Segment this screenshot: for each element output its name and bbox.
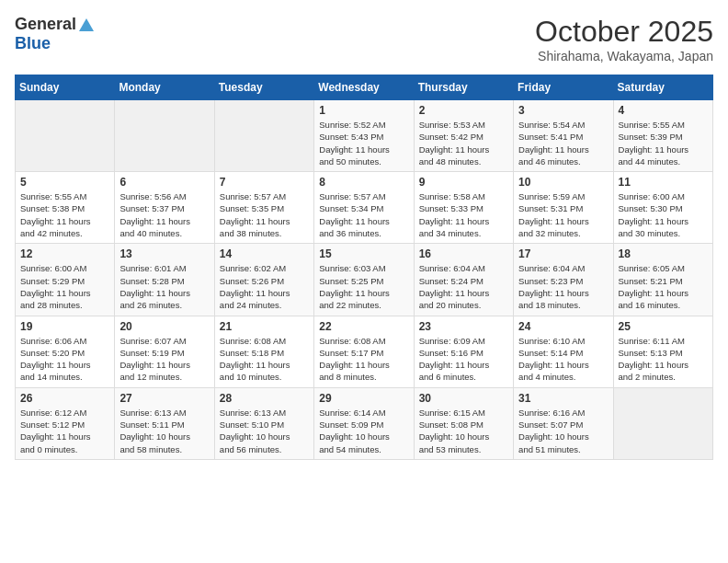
column-header-monday: Monday <box>115 75 214 100</box>
calendar-cell: 4Sunrise: 5:55 AM Sunset: 5:39 PM Daylig… <box>613 100 712 172</box>
column-header-saturday: Saturday <box>613 75 712 100</box>
day-info: Sunrise: 5:56 AM Sunset: 5:37 PM Dayligh… <box>119 190 209 239</box>
day-info: Sunrise: 5:52 AM Sunset: 5:43 PM Dayligh… <box>319 119 408 167</box>
day-number: 11 <box>619 176 708 189</box>
day-number: 23 <box>419 320 508 333</box>
day-info: Sunrise: 6:10 AM Sunset: 5:14 PM Dayligh… <box>518 335 608 384</box>
calendar-week-5: 26Sunrise: 6:12 AM Sunset: 5:12 PM Dayli… <box>16 387 713 459</box>
day-info: Sunrise: 6:13 AM Sunset: 5:11 PM Dayligh… <box>119 407 209 455</box>
logo-general-text: General <box>15 15 76 34</box>
calendar-cell: 30Sunrise: 6:15 AM Sunset: 5:08 PM Dayli… <box>414 387 513 459</box>
day-info: Sunrise: 5:55 AM Sunset: 5:39 PM Dayligh… <box>619 119 708 167</box>
day-number: 3 <box>518 104 608 117</box>
calendar-cell: 23Sunrise: 6:09 AM Sunset: 5:16 PM Dayli… <box>414 316 513 387</box>
day-number: 20 <box>119 320 209 333</box>
column-header-sunday: Sunday <box>16 75 115 100</box>
calendar-cell: 3Sunrise: 5:54 AM Sunset: 5:41 PM Daylig… <box>514 100 613 172</box>
column-header-friday: Friday <box>514 75 613 100</box>
column-header-wednesday: Wednesday <box>314 75 414 100</box>
calendar-cell: 15Sunrise: 6:03 AM Sunset: 5:25 PM Dayli… <box>314 244 414 316</box>
day-info: Sunrise: 6:13 AM Sunset: 5:10 PM Dayligh… <box>220 407 309 455</box>
day-number: 16 <box>419 247 508 260</box>
day-info: Sunrise: 6:16 AM Sunset: 5:07 PM Dayligh… <box>518 407 608 455</box>
calendar-cell: 12Sunrise: 6:00 AM Sunset: 5:29 PM Dayli… <box>16 244 115 316</box>
day-info: Sunrise: 6:08 AM Sunset: 5:17 PM Dayligh… <box>319 335 408 384</box>
day-number: 21 <box>220 320 309 333</box>
day-info: Sunrise: 6:07 AM Sunset: 5:19 PM Dayligh… <box>119 335 209 384</box>
day-number: 6 <box>119 176 209 189</box>
calendar-cell <box>115 100 214 172</box>
day-info: Sunrise: 6:00 AM Sunset: 5:30 PM Dayligh… <box>619 190 708 239</box>
day-info: Sunrise: 6:03 AM Sunset: 5:25 PM Dayligh… <box>319 262 408 311</box>
day-number: 17 <box>518 247 608 260</box>
calendar-cell: 28Sunrise: 6:13 AM Sunset: 5:10 PM Dayli… <box>214 387 313 459</box>
day-info: Sunrise: 6:14 AM Sunset: 5:09 PM Dayligh… <box>319 407 408 455</box>
day-number: 9 <box>419 176 508 189</box>
calendar-cell: 16Sunrise: 6:04 AM Sunset: 5:24 PM Dayli… <box>414 244 513 316</box>
day-number: 7 <box>220 176 309 189</box>
day-number: 29 <box>319 392 408 405</box>
day-info: Sunrise: 6:08 AM Sunset: 5:18 PM Dayligh… <box>220 335 309 384</box>
title-area: October 2025 Shirahama, Wakayama, Japan <box>535 15 713 63</box>
day-info: Sunrise: 6:12 AM Sunset: 5:12 PM Dayligh… <box>20 407 109 455</box>
day-info: Sunrise: 6:00 AM Sunset: 5:29 PM Dayligh… <box>20 262 109 311</box>
day-info: Sunrise: 6:02 AM Sunset: 5:26 PM Dayligh… <box>220 262 309 311</box>
calendar-cell: 13Sunrise: 6:01 AM Sunset: 5:28 PM Dayli… <box>115 244 214 316</box>
calendar-cell: 14Sunrise: 6:02 AM Sunset: 5:26 PM Dayli… <box>214 244 313 316</box>
day-info: Sunrise: 6:04 AM Sunset: 5:23 PM Dayligh… <box>518 262 608 311</box>
day-number: 26 <box>20 392 109 405</box>
day-info: Sunrise: 6:04 AM Sunset: 5:24 PM Dayligh… <box>419 262 508 311</box>
calendar-week-2: 5Sunrise: 5:55 AM Sunset: 5:38 PM Daylig… <box>16 172 713 244</box>
day-info: Sunrise: 6:05 AM Sunset: 5:21 PM Dayligh… <box>619 262 708 311</box>
calendar-header-row: SundayMondayTuesdayWednesdayThursdayFrid… <box>16 75 713 100</box>
day-number: 22 <box>319 320 408 333</box>
day-info: Sunrise: 5:55 AM Sunset: 5:38 PM Dayligh… <box>20 190 109 239</box>
calendar-cell: 17Sunrise: 6:04 AM Sunset: 5:23 PM Dayli… <box>514 244 613 316</box>
calendar-cell: 24Sunrise: 6:10 AM Sunset: 5:14 PM Dayli… <box>514 316 613 387</box>
day-info: Sunrise: 5:54 AM Sunset: 5:41 PM Dayligh… <box>518 119 608 167</box>
day-info: Sunrise: 5:57 AM Sunset: 5:34 PM Dayligh… <box>319 190 408 239</box>
calendar-cell: 21Sunrise: 6:08 AM Sunset: 5:18 PM Dayli… <box>214 316 313 387</box>
day-number: 27 <box>119 392 209 405</box>
calendar-cell <box>16 100 115 172</box>
day-number: 30 <box>419 392 508 405</box>
day-number: 31 <box>518 392 608 405</box>
calendar-cell: 20Sunrise: 6:07 AM Sunset: 5:19 PM Dayli… <box>115 316 214 387</box>
calendar-cell: 31Sunrise: 6:16 AM Sunset: 5:07 PM Dayli… <box>514 387 613 459</box>
day-info: Sunrise: 6:15 AM Sunset: 5:08 PM Dayligh… <box>419 407 508 455</box>
calendar-cell: 26Sunrise: 6:12 AM Sunset: 5:12 PM Dayli… <box>16 387 115 459</box>
day-number: 25 <box>619 320 708 333</box>
day-number: 10 <box>518 176 608 189</box>
calendar-cell <box>214 100 313 172</box>
month-title: October 2025 <box>535 15 713 49</box>
calendar-cell: 22Sunrise: 6:08 AM Sunset: 5:17 PM Dayli… <box>314 316 414 387</box>
day-info: Sunrise: 6:06 AM Sunset: 5:20 PM Dayligh… <box>20 335 109 384</box>
calendar-cell: 10Sunrise: 5:59 AM Sunset: 5:31 PM Dayli… <box>514 172 613 244</box>
calendar-cell: 8Sunrise: 5:57 AM Sunset: 5:34 PM Daylig… <box>314 172 414 244</box>
calendar-cell <box>613 387 712 459</box>
day-number: 24 <box>518 320 608 333</box>
calendar-cell: 9Sunrise: 5:58 AM Sunset: 5:33 PM Daylig… <box>414 172 513 244</box>
day-info: Sunrise: 6:01 AM Sunset: 5:28 PM Dayligh… <box>119 262 209 311</box>
day-number: 13 <box>119 247 209 260</box>
day-number: 15 <box>319 247 408 260</box>
svg-marker-0 <box>79 18 94 31</box>
calendar-cell: 18Sunrise: 6:05 AM Sunset: 5:21 PM Dayli… <box>613 244 712 316</box>
column-header-thursday: Thursday <box>414 75 513 100</box>
day-number: 12 <box>20 247 109 260</box>
logo-blue-text: Blue <box>15 34 51 52</box>
location: Shirahama, Wakayama, Japan <box>535 49 713 63</box>
day-number: 28 <box>220 392 309 405</box>
calendar-cell: 29Sunrise: 6:14 AM Sunset: 5:09 PM Dayli… <box>314 387 414 459</box>
day-number: 2 <box>419 104 508 117</box>
day-info: Sunrise: 5:53 AM Sunset: 5:42 PM Dayligh… <box>419 119 508 167</box>
day-info: Sunrise: 5:59 AM Sunset: 5:31 PM Dayligh… <box>518 190 608 239</box>
page-header: General Blue October 2025 Shirahama, Wak… <box>15 15 713 63</box>
calendar-cell: 2Sunrise: 5:53 AM Sunset: 5:42 PM Daylig… <box>414 100 513 172</box>
calendar-week-4: 19Sunrise: 6:06 AM Sunset: 5:20 PM Dayli… <box>16 316 713 387</box>
calendar-cell: 19Sunrise: 6:06 AM Sunset: 5:20 PM Dayli… <box>16 316 115 387</box>
calendar: SundayMondayTuesdayWednesdayThursdayFrid… <box>15 75 713 460</box>
calendar-week-1: 1Sunrise: 5:52 AM Sunset: 5:43 PM Daylig… <box>16 100 713 172</box>
calendar-cell: 27Sunrise: 6:13 AM Sunset: 5:11 PM Dayli… <box>115 387 214 459</box>
logo-icon <box>78 17 95 33</box>
